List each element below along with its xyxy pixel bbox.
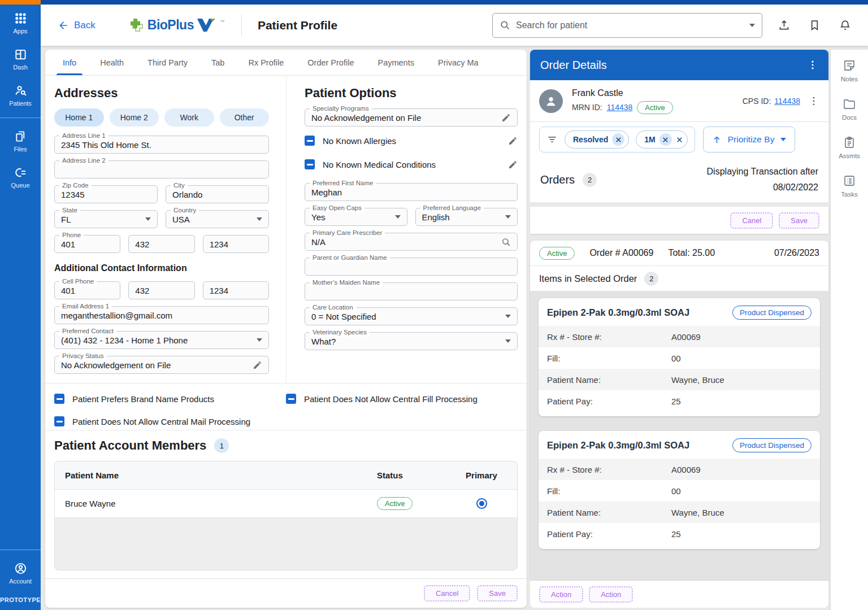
rail-item-assessments[interactable]: Assmts bbox=[839, 136, 860, 159]
rail-item-docs[interactable]: Docs bbox=[842, 97, 857, 121]
parent-guardian-field[interactable]: Parent or Guardian Name bbox=[305, 258, 518, 276]
remove-chip-icon[interactable] bbox=[659, 133, 672, 146]
tab-info[interactable]: Info bbox=[51, 50, 88, 75]
sidebar-item-apps[interactable]: Apps bbox=[0, 5, 41, 41]
search-input[interactable] bbox=[516, 20, 744, 30]
chip-other[interactable]: Other bbox=[220, 108, 270, 127]
avatar bbox=[539, 89, 563, 113]
rail-item-tasks[interactable]: Tasks bbox=[841, 174, 857, 198]
address-line-1-field[interactable]: Address Line 1 2345 This Old Home St. bbox=[54, 136, 269, 154]
cell-area-field[interactable]: Cell Phone 401 bbox=[54, 281, 120, 299]
allergies-checkbox[interactable] bbox=[305, 136, 315, 146]
order-item-card[interactable]: Epipen 2-Pak 0.3mg/0.3ml SOAJ Product Di… bbox=[539, 298, 820, 416]
table-row[interactable]: Bruce Wayne Active bbox=[55, 490, 517, 518]
arrow-up-icon bbox=[712, 135, 722, 145]
cancel-button[interactable]: Cancel bbox=[424, 585, 470, 602]
filter-chip-resolved[interactable]: Resolved bbox=[565, 130, 629, 149]
sidebar-item-dash[interactable]: Dash bbox=[0, 41, 41, 77]
veterinary-species-select[interactable]: Veterinary Species What? bbox=[305, 332, 518, 350]
order-action-button[interactable]: Action bbox=[589, 586, 633, 603]
item-row-value: 25 bbox=[671, 396, 681, 406]
zip-code-field[interactable]: Zip Code 12345 bbox=[54, 185, 158, 203]
preferred-first-name-field[interactable]: Preferred First Name Meghan bbox=[305, 183, 518, 201]
flag-checkbox[interactable] bbox=[286, 394, 296, 404]
email-field[interactable]: Email Address 1 meganthestallion@gmail.c… bbox=[54, 306, 269, 324]
chip-work[interactable]: Work bbox=[164, 108, 214, 127]
remove-chip-icon[interactable] bbox=[612, 133, 624, 146]
sidebar-item-account[interactable]: Account bbox=[0, 555, 41, 591]
item-row-label: Patient Pay: bbox=[547, 396, 671, 406]
tab-rx-profile[interactable]: Rx Profile bbox=[236, 50, 296, 75]
sidebar-item-patients[interactable]: Patients bbox=[0, 77, 41, 113]
back-button[interactable]: Back bbox=[58, 20, 96, 31]
members-count-badge: 1 bbox=[214, 438, 229, 453]
search-dropdown-caret[interactable] bbox=[749, 24, 755, 27]
country-select[interactable]: Country USA bbox=[166, 210, 269, 228]
mothers-maiden-name-field[interactable]: Mother’s Maiden Name bbox=[305, 282, 518, 300]
edit-pencil-icon[interactable] bbox=[501, 113, 511, 123]
chip-home2[interactable]: Home 2 bbox=[110, 108, 159, 127]
edit-pencil-icon[interactable] bbox=[508, 160, 518, 169]
tab-privacy[interactable]: Privacy Ma bbox=[426, 50, 491, 75]
patient-kebab-menu-icon[interactable] bbox=[808, 95, 819, 107]
cps-id-link[interactable]: 114438 bbox=[774, 97, 800, 106]
tab-order-profile[interactable]: Order Profile bbox=[296, 50, 366, 75]
phone-prefix-field[interactable]: 432 bbox=[128, 235, 194, 253]
mrn-label: MRN ID: bbox=[572, 103, 602, 112]
mrn-id-link[interactable]: 114438 bbox=[607, 103, 633, 112]
phone-line-field[interactable]: 1234 bbox=[203, 235, 269, 253]
tab-payments[interactable]: Payments bbox=[366, 50, 426, 75]
save-button[interactable]: Save bbox=[477, 585, 518, 602]
phone-area-field[interactable]: Phone 401 bbox=[54, 235, 120, 253]
search-icon[interactable] bbox=[501, 237, 511, 247]
flag-checkbox[interactable] bbox=[54, 394, 64, 404]
item-row-value: Wayne, Bruce bbox=[671, 508, 724, 517]
care-location-select[interactable]: Care Location 0 = Not Specified bbox=[305, 307, 518, 325]
bookmark-icon[interactable] bbox=[809, 19, 821, 31]
order-item-card[interactable]: Epipen 2-Pak 0.3mg/0.3ml SOAJ Product Di… bbox=[539, 431, 820, 549]
edit-pencil-icon[interactable] bbox=[253, 360, 262, 370]
kebab-menu-icon[interactable] bbox=[807, 59, 818, 71]
tab-health[interactable]: Health bbox=[88, 50, 136, 75]
rail-item-notes[interactable]: Notes bbox=[841, 59, 858, 82]
order-total: Total: 25.00 bbox=[668, 248, 715, 258]
filter-icon[interactable] bbox=[546, 134, 558, 145]
state-select[interactable]: State FL bbox=[54, 210, 158, 228]
order-save-button[interactable]: Save bbox=[779, 212, 819, 229]
sidebar-label: Queue bbox=[11, 182, 29, 189]
upload-icon[interactable] bbox=[778, 19, 790, 31]
address-line-2-field[interactable]: Address Line 2 bbox=[54, 160, 269, 178]
order-summary-header[interactable]: Active Order # A00069 Total: 25.00 07/26… bbox=[530, 241, 828, 266]
primary-radio[interactable] bbox=[476, 498, 487, 509]
flag-checkbox[interactable] bbox=[54, 416, 64, 426]
cell-prefix-field[interactable]: 432 bbox=[128, 281, 194, 299]
tab-third-party[interactable]: Third Party bbox=[136, 50, 199, 75]
cell-line-field[interactable]: 1234 bbox=[203, 281, 269, 299]
privacy-status-field[interactable]: Privacy Status No Acknowledgement on Fil… bbox=[54, 356, 269, 374]
close-icon[interactable] bbox=[676, 136, 683, 143]
edit-pencil-icon[interactable] bbox=[508, 136, 518, 146]
specialty-programs-field[interactable]: Specialty Programs No Acknowledgement on… bbox=[305, 108, 518, 127]
item-row-value: A00069 bbox=[671, 465, 701, 474]
order-action-button[interactable]: Action bbox=[539, 586, 583, 603]
sidebar-item-queue[interactable]: Queue bbox=[0, 159, 41, 195]
notifications-bell-icon[interactable] bbox=[839, 19, 851, 31]
easy-open-caps-select[interactable]: Easy Open Caps Yes bbox=[305, 208, 407, 226]
order-number: Order # A00069 bbox=[589, 248, 653, 258]
order-cancel-button[interactable]: Canel bbox=[730, 212, 773, 229]
sidebar-item-files[interactable]: Files bbox=[0, 123, 41, 159]
preferred-contact-select[interactable]: Preferred Contact (401) 432 - 1234 - Hom… bbox=[54, 331, 269, 349]
chip-home1[interactable]: Home 1 bbox=[54, 108, 104, 127]
patient-profile-card: Info Health Third Party Tab Rx Profile O… bbox=[45, 50, 527, 608]
patient-search[interactable] bbox=[492, 13, 762, 38]
field-label: Veterinary Species bbox=[310, 328, 370, 337]
tab-tab[interactable]: Tab bbox=[199, 50, 236, 75]
city-field[interactable]: City Orlando bbox=[166, 185, 269, 203]
conditions-checkbox[interactable] bbox=[305, 159, 315, 169]
filter-chip-period[interactable]: 1M bbox=[636, 130, 687, 149]
prioritize-by-button[interactable]: Prioritize By bbox=[703, 127, 796, 152]
field-label: Care Location bbox=[310, 303, 356, 312]
primary-care-prescriber-field[interactable]: Primary Care Prescriber N/A bbox=[305, 233, 518, 251]
addresses-section: Addresses Home 1 Home 2 Work Other Addre… bbox=[54, 76, 286, 383]
preferred-language-select[interactable]: Preferred Language English bbox=[415, 208, 518, 226]
